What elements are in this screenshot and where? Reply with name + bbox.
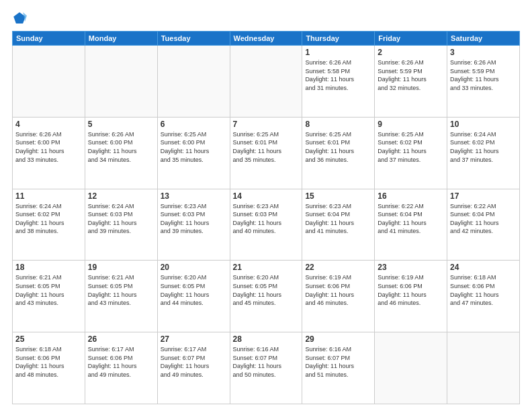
calendar-header-saturday: Saturday [447,32,520,46]
day-number: 3 [450,48,517,57]
calendar-cell: 5Sunrise: 6:26 AM Sunset: 6:00 PM Daylig… [85,117,157,189]
day-number: 17 [450,191,517,201]
day-info: Sunrise: 6:19 AM Sunset: 6:06 PM Dayligh… [305,273,371,307]
day-number: 12 [88,191,154,201]
day-info: Sunrise: 6:23 AM Sunset: 6:03 PM Dayligh… [161,202,227,236]
day-info: Sunrise: 6:26 AM Sunset: 5:58 PM Dayligh… [305,58,371,92]
day-info: Sunrise: 6:20 AM Sunset: 6:05 PM Dayligh… [161,273,227,307]
calendar-cell: 1Sunrise: 6:26 AM Sunset: 5:58 PM Daylig… [302,46,375,118]
day-number: 25 [15,334,82,344]
day-info: Sunrise: 6:24 AM Sunset: 6:02 PM Dayligh… [450,130,517,164]
day-info: Sunrise: 6:18 AM Sunset: 6:06 PM Dayligh… [450,273,517,307]
calendar-header-tuesday: Tuesday [157,32,230,46]
calendar-cell: 11Sunrise: 6:24 AM Sunset: 6:02 PM Dayli… [13,189,85,261]
day-info: Sunrise: 6:26 AM Sunset: 5:59 PM Dayligh… [450,58,517,92]
calendar-cell: 16Sunrise: 6:22 AM Sunset: 6:04 PM Dayli… [375,189,447,261]
day-info: Sunrise: 6:26 AM Sunset: 5:59 PM Dayligh… [378,58,444,92]
day-info: Sunrise: 6:17 AM Sunset: 6:06 PM Dayligh… [88,345,154,379]
day-info: Sunrise: 6:22 AM Sunset: 6:04 PM Dayligh… [450,202,517,236]
calendar-cell: 18Sunrise: 6:21 AM Sunset: 6:05 PM Dayli… [13,261,85,332]
calendar-cell: 12Sunrise: 6:24 AM Sunset: 6:03 PM Dayli… [85,189,157,261]
calendar-header-row: SundayMondayTuesdayWednesdayThursdayFrid… [13,32,520,46]
day-number: 13 [161,191,227,201]
day-info: Sunrise: 6:20 AM Sunset: 6:05 PM Dayligh… [233,273,300,307]
page: SundayMondayTuesdayWednesdayThursdayFrid… [0,0,532,411]
day-number: 1 [305,48,371,57]
calendar-header-monday: Monday [85,32,157,46]
day-info: Sunrise: 6:16 AM Sunset: 6:07 PM Dayligh… [233,345,300,379]
day-number: 6 [161,120,227,129]
day-number: 9 [378,120,444,129]
calendar-cell [85,46,157,118]
day-number: 15 [305,191,371,201]
day-number: 28 [233,334,300,344]
day-info: Sunrise: 6:25 AM Sunset: 6:01 PM Dayligh… [305,130,371,164]
day-number: 22 [305,263,371,272]
calendar-cell: 23Sunrise: 6:19 AM Sunset: 6:06 PM Dayli… [375,261,447,332]
day-info: Sunrise: 6:25 AM Sunset: 6:00 PM Dayligh… [161,130,227,164]
day-number: 2 [378,48,444,57]
calendar-cell [13,46,85,118]
day-number: 29 [305,334,371,344]
calendar-cell: 10Sunrise: 6:24 AM Sunset: 6:02 PM Dayli… [447,117,520,189]
calendar-week-row: 4Sunrise: 6:26 AM Sunset: 6:00 PM Daylig… [13,117,520,189]
calendar-cell: 28Sunrise: 6:16 AM Sunset: 6:07 PM Dayli… [230,332,302,404]
day-number: 19 [88,263,154,272]
day-info: Sunrise: 6:21 AM Sunset: 6:05 PM Dayligh… [15,273,82,307]
calendar-cell: 26Sunrise: 6:17 AM Sunset: 6:06 PM Dayli… [85,332,157,404]
calendar-cell: 27Sunrise: 6:17 AM Sunset: 6:07 PM Dayli… [157,332,230,404]
day-info: Sunrise: 6:25 AM Sunset: 6:01 PM Dayligh… [233,130,300,164]
day-info: Sunrise: 6:19 AM Sunset: 6:06 PM Dayligh… [378,273,444,307]
logo-icon [12,11,27,26]
day-info: Sunrise: 6:18 AM Sunset: 6:06 PM Dayligh… [15,345,82,379]
day-number: 23 [378,263,444,272]
day-info: Sunrise: 6:25 AM Sunset: 6:02 PM Dayligh… [378,130,444,164]
calendar-cell [375,332,447,404]
calendar-cell: 4Sunrise: 6:26 AM Sunset: 6:00 PM Daylig… [13,117,85,189]
calendar-cell [447,332,520,404]
day-info: Sunrise: 6:16 AM Sunset: 6:07 PM Dayligh… [305,345,371,379]
day-number: 21 [233,263,300,272]
calendar-cell: 25Sunrise: 6:18 AM Sunset: 6:06 PM Dayli… [13,332,85,404]
day-number: 27 [161,334,227,344]
calendar-header-thursday: Thursday [302,32,375,46]
calendar-cell: 24Sunrise: 6:18 AM Sunset: 6:06 PM Dayli… [447,261,520,332]
day-number: 18 [15,263,82,272]
day-number: 20 [161,263,227,272]
day-number: 11 [15,191,82,201]
calendar-cell: 2Sunrise: 6:26 AM Sunset: 5:59 PM Daylig… [375,46,447,118]
day-info: Sunrise: 6:26 AM Sunset: 6:00 PM Dayligh… [88,130,154,164]
day-number: 5 [88,120,154,129]
calendar-cell [157,46,230,118]
day-info: Sunrise: 6:24 AM Sunset: 6:02 PM Dayligh… [15,202,82,236]
day-info: Sunrise: 6:17 AM Sunset: 6:07 PM Dayligh… [161,345,227,379]
calendar-cell: 3Sunrise: 6:26 AM Sunset: 5:59 PM Daylig… [447,46,520,118]
calendar-cell: 9Sunrise: 6:25 AM Sunset: 6:02 PM Daylig… [375,117,447,189]
day-number: 26 [88,334,154,344]
calendar-cell: 17Sunrise: 6:22 AM Sunset: 6:04 PM Dayli… [447,189,520,261]
calendar-week-row: 11Sunrise: 6:24 AM Sunset: 6:02 PM Dayli… [13,189,520,261]
calendar-cell: 8Sunrise: 6:25 AM Sunset: 6:01 PM Daylig… [302,117,375,189]
day-info: Sunrise: 6:23 AM Sunset: 6:04 PM Dayligh… [305,202,371,236]
calendar-cell [230,46,302,118]
day-info: Sunrise: 6:26 AM Sunset: 6:00 PM Dayligh… [15,130,82,164]
calendar-table: SundayMondayTuesdayWednesdayThursdayFrid… [12,31,520,404]
calendar-week-row: 1Sunrise: 6:26 AM Sunset: 5:58 PM Daylig… [13,46,520,118]
calendar-cell: 7Sunrise: 6:25 AM Sunset: 6:01 PM Daylig… [230,117,302,189]
calendar-week-row: 25Sunrise: 6:18 AM Sunset: 6:06 PM Dayli… [13,332,520,404]
day-number: 7 [233,120,300,129]
day-number: 8 [305,120,371,129]
day-number: 14 [233,191,300,201]
calendar-cell: 19Sunrise: 6:21 AM Sunset: 6:05 PM Dayli… [85,261,157,332]
day-number: 24 [450,263,517,272]
calendar-week-row: 18Sunrise: 6:21 AM Sunset: 6:05 PM Dayli… [13,261,520,332]
calendar-cell: 20Sunrise: 6:20 AM Sunset: 6:05 PM Dayli… [157,261,230,332]
day-info: Sunrise: 6:24 AM Sunset: 6:03 PM Dayligh… [88,202,154,236]
day-number: 10 [450,120,517,129]
calendar-cell: 21Sunrise: 6:20 AM Sunset: 6:05 PM Dayli… [230,261,302,332]
calendar-cell: 14Sunrise: 6:23 AM Sunset: 6:03 PM Dayli… [230,189,302,261]
day-info: Sunrise: 6:21 AM Sunset: 6:05 PM Dayligh… [88,273,154,307]
calendar-header-wednesday: Wednesday [230,32,302,46]
calendar-cell: 6Sunrise: 6:25 AM Sunset: 6:00 PM Daylig… [157,117,230,189]
logo [12,11,30,26]
